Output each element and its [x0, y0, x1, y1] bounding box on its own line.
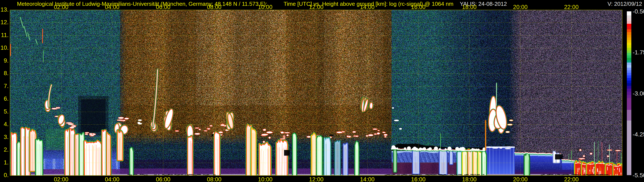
colorbar-segment [627, 89, 631, 92]
x-tick-bottom-22:00: 22:00 [564, 176, 579, 182]
colorbar-segment [627, 29, 631, 32]
x-tick-top-16:00: 16:00 [411, 4, 426, 10]
x-tick-top-06:00: 06:00 [156, 4, 170, 10]
lidar-quicklook-page: { "header": { "institute": "Meteorologic… [0, 0, 644, 182]
colorbar-segment [627, 43, 631, 45]
x-tick-bottom-10:00: 10:00 [258, 176, 273, 182]
colorbar-segment [627, 32, 631, 35]
y-tick-9: 9. [0, 57, 8, 64]
version-label: V: 2012/09/12 [608, 1, 642, 7]
colorbar-segment [627, 86, 631, 89]
colorbar-segment [627, 92, 631, 95]
x-tick-top-04:00: 04:00 [105, 4, 120, 10]
colorbar-segment [627, 15, 631, 18]
colorbar-segment [627, 63, 631, 65]
colorbar-segment [627, 18, 631, 21]
x-tick-bottom-16:00: 16:00 [411, 176, 426, 182]
colorbar-segment [627, 53, 631, 55]
x-tick-bottom-18:00: 18:00 [462, 176, 477, 182]
x-tick-bottom-02:00: 02:00 [54, 176, 68, 182]
x-tick-top-18:00: 18:00 [462, 4, 477, 10]
colorbar-segment [627, 121, 631, 175]
y-tick-2: 2. [0, 146, 8, 153]
colorbar-segment [627, 83, 631, 86]
colorbar-segment [627, 81, 631, 83]
y-tick-11: 11. [0, 32, 8, 39]
colorbar-tick--4.25: -4.25 [632, 131, 644, 138]
x-tick-top-08:00: 08:00 [207, 4, 222, 10]
lidar-plot-canvas [10, 10, 622, 176]
x-tick-top-02:00: 02:00 [54, 4, 68, 10]
x-tick-top-12:00: 12:00 [309, 4, 324, 10]
colorbar-segment [627, 37, 631, 40]
y-tick-0: 0. [0, 172, 8, 179]
x-tick-bottom-04:00: 04:00 [105, 176, 120, 182]
colorbar-segment [627, 35, 631, 37]
y-tick-10: 10. [0, 45, 8, 51]
x-tick-top-20:00: 20:00 [513, 4, 528, 10]
colorbar-segment [627, 24, 631, 26]
colorbar-segment [627, 70, 631, 73]
x-tick-bottom-12:00: 12:00 [309, 176, 324, 182]
x-tick-bottom-06:00: 06:00 [156, 176, 170, 182]
colorbar-segment [627, 60, 631, 63]
colorbar-segment [627, 65, 631, 68]
x-tick-top-10:00: 10:00 [258, 4, 273, 10]
colorbar-segment [627, 21, 631, 24]
y-tick-8: 8. [0, 70, 8, 77]
x-tick-top-14:00: 14:00 [360, 4, 374, 10]
colorbar-tick--1.75: -1.75 [632, 49, 644, 56]
colorbar-segment [627, 40, 631, 43]
colorbar-segment [627, 55, 631, 58]
colorbar-tick--3.00: -3.00 [632, 90, 644, 97]
y-tick-4: 4. [0, 121, 8, 128]
colorbar-tick--5.50: -5.50 [632, 172, 644, 179]
colorbar-segment [627, 110, 631, 121]
colorbar-segment [627, 95, 631, 98]
colorbar-segment [627, 75, 631, 78]
y-tick-6: 6. [0, 95, 8, 102]
y-tick-13: 13. [0, 6, 8, 13]
colorbar-segment [627, 26, 631, 29]
x-tick-bottom-14:00: 14:00 [360, 176, 374, 182]
y-tick-7: 7. [0, 83, 8, 90]
x-tick-bottom-08:00: 08:00 [207, 176, 222, 182]
colorbar-segment [627, 68, 631, 70]
y-tick-3: 3. [0, 134, 8, 140]
colorbar-segment [627, 58, 631, 60]
colorbar-segment [627, 11, 631, 15]
y-tick-12: 12. [0, 19, 8, 26]
y-tick-5: 5. [0, 108, 8, 115]
colorbar-segment [627, 98, 631, 110]
x-tick-bottom-20:00: 20:00 [513, 176, 528, 182]
y-tick-1: 1. [0, 159, 8, 166]
colorbar-segment [627, 50, 631, 53]
colorbar-segment [627, 48, 631, 50]
colorbar-segment [627, 78, 631, 81]
colorbar-segment [627, 73, 631, 75]
colorbar-segment [627, 45, 631, 48]
colorbar-tick--0.50: -0.50 [632, 8, 644, 15]
colorbar [627, 11, 631, 175]
x-tick-top-22:00: 22:00 [564, 4, 579, 10]
